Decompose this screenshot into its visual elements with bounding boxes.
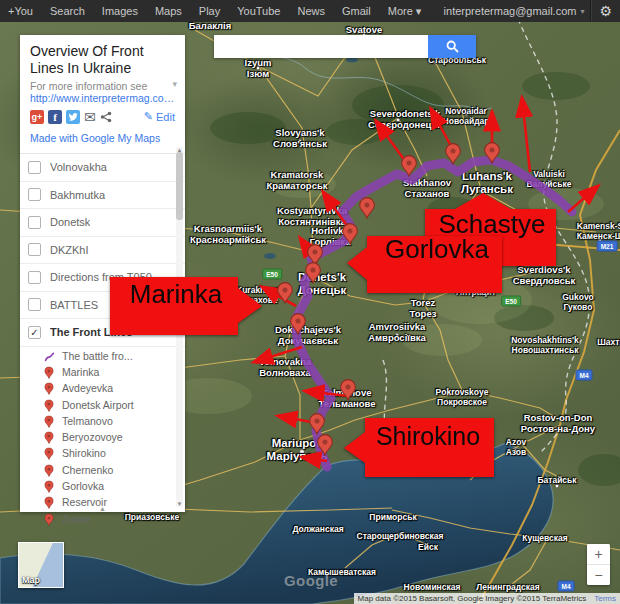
zoom-control: + −	[587, 544, 610, 585]
topbar-link-images[interactable]: Images	[102, 5, 138, 18]
inset-map-label: Map	[22, 575, 40, 585]
account-email[interactable]: interpretermag@gmail.com	[444, 5, 577, 17]
layer-row-dkzkhi[interactable]: DKZKhI	[20, 237, 185, 265]
layer-checkbox[interactable]	[28, 271, 41, 284]
layer-checkbox[interactable]: ✓	[28, 326, 41, 339]
info-link[interactable]: http://www.interpretermag.com/	[30, 92, 175, 104]
inset-overview-map[interactable]: Map	[18, 542, 64, 588]
share-icon[interactable]	[100, 111, 112, 123]
terms-link[interactable]: Terms	[594, 594, 616, 603]
pin-icon	[44, 430, 55, 444]
layer-row-directions-from-t0508-tel[interactable]: Directions from T0508, Tel...	[20, 264, 185, 292]
settings-gear-icon[interactable]: ⚙	[599, 0, 612, 22]
sublayer-chernenko[interactable]: Chernenko	[20, 462, 185, 478]
sublayer-shirokino[interactable]: Shirokino	[20, 445, 185, 461]
map-legend-panel: Overview Of Front Lines In Ukraine For m…	[20, 35, 185, 512]
layer-row-donetsk[interactable]: Donetsk	[20, 209, 185, 237]
pin-icon	[44, 512, 55, 526]
sublayer-label: Shirokino	[62, 447, 106, 459]
search-button[interactable]	[428, 35, 476, 58]
pin-icon	[44, 381, 55, 395]
edit-button[interactable]: ✎ Edit	[144, 110, 175, 123]
magnifier-icon	[446, 40, 459, 53]
email-icon[interactable]: ✉	[84, 110, 96, 124]
panel-footer-collapse[interactable]: ▲	[20, 505, 185, 512]
pencil-icon: ✎	[144, 110, 153, 123]
layer-row-battles[interactable]: BATTLES	[20, 292, 185, 320]
scrollbar-thumb[interactable]	[176, 152, 183, 220]
sublayer-label: Gorlovka	[62, 480, 104, 492]
topbar-link-gmail[interactable]: Gmail	[342, 5, 371, 18]
topbar-divider	[590, 0, 592, 22]
topbar-link-maps[interactable]: Maps	[155, 5, 182, 18]
sublayer-donetsk-airport[interactable]: Donetsk Airport	[20, 396, 185, 412]
sublayer-label: Avdeyevka	[62, 382, 113, 394]
topbar-right: interpretermag@gmail.com ▾ ⚙	[444, 0, 612, 22]
layer-list: VolnovakhaBakhmutkaDonetskDKZKhIDirectio…	[20, 153, 185, 347]
polyline-icon	[44, 349, 55, 363]
pin-icon	[44, 365, 55, 379]
sublayer-marinka[interactable]: Marinka	[20, 364, 185, 380]
sublayer-label: The battle fro...	[62, 350, 133, 362]
topbar-link-search[interactable]: Search	[50, 5, 85, 18]
zoom-in-button[interactable]: +	[587, 544, 610, 565]
panel-collapse-icon[interactable]: ▾	[172, 79, 177, 89]
sublayer-avdeyevka[interactable]: Avdeyevka	[20, 380, 185, 396]
layer-label: The Front Lines	[50, 326, 133, 338]
sublayer-label: Marinka	[62, 366, 99, 378]
topbar-link-youtube[interactable]: YouTube	[237, 5, 280, 18]
layer-label: Donetsk	[50, 216, 90, 228]
layer-row-bakhmutka[interactable]: Bakhmutka	[20, 182, 185, 210]
account-caret-icon: ▾	[580, 7, 584, 16]
pin-icon	[44, 398, 55, 412]
sublayer-zolote[interactable]: Zolote	[20, 510, 185, 526]
attribution-text: Map data ©2015 Basarsoft, Google Imagery…	[358, 594, 587, 603]
sublayer-the-battle-fro[interactable]: The battle fro...	[20, 348, 185, 364]
sublayer-label: Donetsk Airport	[62, 399, 134, 411]
google-my-maps-app: БалакліяSvatoveСтаробільськIzyumІзюмSeve…	[0, 0, 620, 604]
layer-row-the-front-lines[interactable]: ✓The Front Lines	[20, 319, 185, 347]
sublayer-telmanovo[interactable]: Telmanovo	[20, 413, 185, 429]
layer-checkbox[interactable]	[28, 216, 41, 229]
layer-checkbox[interactable]	[28, 243, 41, 256]
pin-icon	[44, 414, 55, 428]
made-with-link[interactable]: Made with Google My Maps	[30, 132, 175, 148]
google-watermark: Google	[284, 572, 338, 589]
layer-checkbox[interactable]	[28, 298, 41, 311]
topbar-link-you[interactable]: +You	[8, 5, 33, 18]
front-lines-items: The battle fro...MarinkaAvdeyevkaDonetsk…	[20, 347, 185, 527]
topbar-link-news[interactable]: News	[297, 5, 325, 18]
layer-label: Bakhmutka	[50, 189, 105, 201]
zoom-out-button[interactable]: −	[587, 565, 610, 585]
sublayer-label: Chernenko	[62, 464, 113, 476]
google-topbar: +YouSearchImagesMapsPlayYouTubeNewsGmail…	[0, 0, 620, 22]
layer-label: DKZKhI	[50, 244, 89, 256]
pin-icon	[44, 479, 55, 493]
facebook-icon[interactable]: f	[48, 110, 62, 124]
sublayer-label: Beryozovoye	[62, 431, 123, 443]
layer-label: Directions from T0508, Tel...	[50, 271, 168, 283]
layer-row-volnovakha[interactable]: Volnovakha	[20, 154, 185, 182]
sublayer-label: Telmanovo	[62, 415, 113, 427]
map-subtitle: For more information see	[30, 80, 175, 92]
sublayer-gorlovka[interactable]: Gorlovka	[20, 478, 185, 494]
layer-checkbox[interactable]	[28, 161, 41, 174]
topbar-link-more[interactable]: More ▾	[388, 5, 422, 18]
sublayer-beryozovoye[interactable]: Beryozovoye	[20, 429, 185, 445]
topbar-link-play[interactable]: Play	[199, 5, 220, 18]
layer-checkbox[interactable]	[28, 188, 41, 201]
pin-icon	[44, 446, 55, 460]
map-title: Overview Of Front Lines In Ukraine	[30, 43, 175, 77]
panel-scrollbar[interactable]: ▲ ▼	[176, 147, 183, 507]
topbar-nav: +YouSearchImagesMapsPlayYouTubeNewsGmail…	[8, 5, 421, 18]
panel-header: Overview Of Front Lines In Ukraine For m…	[20, 35, 185, 153]
layer-label: Volnovakha	[50, 161, 107, 173]
pin-icon	[44, 463, 55, 477]
googleplus-icon[interactable]: g+	[30, 110, 44, 124]
twitter-icon[interactable]	[66, 110, 80, 124]
layer-label: BATTLES	[50, 299, 98, 311]
search-input[interactable]	[214, 35, 428, 58]
sublayer-label: Zolote	[62, 513, 91, 525]
attribution-bar: Map data ©2015 Basarsoft, Google Imagery…	[354, 593, 620, 604]
share-icons-row: g+ f ✉ ✎ Edit	[30, 109, 175, 124]
